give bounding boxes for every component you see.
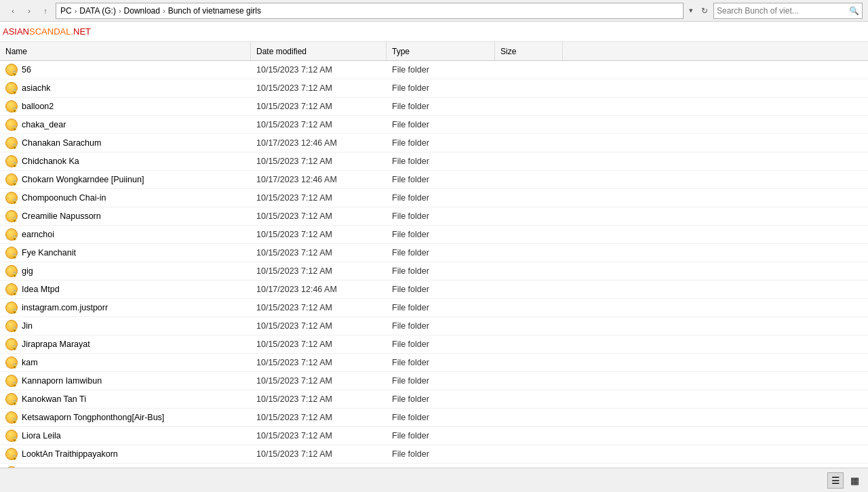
table-row[interactable]: Chanakan Sarachum 10/17/2023 12:46 AM Fi…	[0, 134, 868, 152]
table-row[interactable]: kam 10/15/2023 7:12 AM File folder	[0, 354, 868, 372]
logo-net: NET	[73, 26, 91, 37]
table-row[interactable]: balloon2 10/15/2023 7:12 AM File folder	[0, 98, 868, 116]
file-date-cell: 10/17/2023 12:46 AM	[251, 285, 387, 294]
table-row[interactable]: instagram.com.justporr 10/15/2023 7:12 A…	[0, 299, 868, 317]
file-type-cell: File folder	[387, 230, 495, 239]
folder-icon	[5, 393, 18, 405]
refresh-button[interactable]: ↻	[698, 6, 711, 16]
file-type-cell: File folder	[387, 321, 495, 331]
file-type-cell: File folder	[387, 102, 495, 111]
file-type-cell: File folder	[387, 358, 495, 367]
file-name-cell: LooktAn Traithippayakorn	[0, 448, 251, 460]
file-name-label: Chompoonuch Chai-in	[22, 193, 106, 203]
file-date-cell: 10/15/2023 7:12 AM	[251, 321, 387, 331]
search-icon[interactable]: 🔍	[849, 6, 859, 16]
file-date-cell: 10/15/2023 7:12 AM	[251, 157, 387, 166]
folder-icon	[5, 411, 18, 424]
col-header-date[interactable]: Date modified	[251, 42, 387, 60]
file-date-cell: 10/15/2023 7:12 AM	[251, 266, 387, 276]
folder-icon	[5, 338, 18, 350]
folder-icon	[5, 119, 18, 131]
file-name-label: Kanokwan Tan Ti	[22, 394, 86, 404]
breadcrumb-pc[interactable]: PC	[60, 6, 72, 16]
file-name-cell: Kanokwan Tan Ti	[0, 393, 251, 405]
col-header-name[interactable]: Name	[0, 42, 251, 60]
back-button[interactable]: ‹	[5, 3, 20, 18]
file-type-cell: File folder	[387, 193, 495, 203]
col-header-type[interactable]: Type	[387, 42, 495, 60]
file-name-label: balloon2	[22, 102, 54, 111]
file-date-cell: 10/15/2023 7:12 AM	[251, 303, 387, 312]
table-row[interactable]: 56 10/15/2023 7:12 AM File folder	[0, 61, 868, 79]
file-name-label: Jin	[22, 321, 33, 331]
file-name-cell: Kannaporn Iamwibun	[0, 375, 251, 387]
table-row[interactable]: earnchoi 10/15/2023 7:12 AM File folder	[0, 226, 868, 244]
table-row[interactable]: Liora Leila 10/15/2023 7:12 AM File fold…	[0, 427, 868, 445]
file-name-cell: Chokarn Wongkarndee [Puiinun]	[0, 173, 251, 186]
file-date-cell: 10/15/2023 7:12 AM	[251, 431, 387, 440]
breadcrumb[interactable]: PC › DATA (G:) › Download › Bunch of vie…	[56, 3, 684, 19]
table-row[interactable]: LooktAn Traithippayakorn 10/15/2023 7:12…	[0, 445, 868, 464]
file-type-cell: File folder	[387, 340, 495, 349]
file-type-cell: File folder	[387, 376, 495, 386]
folder-icon	[5, 137, 18, 149]
table-row[interactable]: Chidchanok Ka 10/15/2023 7:12 AM File fo…	[0, 152, 868, 171]
table-row[interactable]: Creamilie Napussorn 10/15/2023 7:12 AM F…	[0, 207, 868, 226]
file-name-cell: Chompoonuch Chai-in	[0, 192, 251, 204]
table-row[interactable]: Kanokwan Tan Ti 10/15/2023 7:12 AM File …	[0, 390, 868, 409]
folder-icon	[5, 356, 18, 369]
file-type-cell: File folder	[387, 413, 495, 422]
folder-icon	[5, 283, 18, 295]
folder-icon	[5, 265, 18, 277]
col-header-size[interactable]: Size	[495, 42, 563, 60]
file-name-label: Kannaporn Iamwibun	[22, 376, 102, 386]
file-name-label: gig	[22, 266, 33, 276]
breadcrumb-drive[interactable]: DATA (G:)	[79, 6, 116, 16]
table-row[interactable]: Kannaporn Iamwibun 10/15/2023 7:12 AM Fi…	[0, 372, 868, 390]
folder-icon	[5, 228, 18, 241]
forward-button[interactable]: ›	[22, 3, 37, 18]
file-date-cell: 10/15/2023 7:12 AM	[251, 248, 387, 258]
folder-icon	[5, 302, 18, 314]
view-details-button[interactable]: ☰	[827, 472, 844, 489]
table-row[interactable]: Ketsawaporn Tongphonthong[Air-Bus] 10/15…	[0, 409, 868, 427]
folder-icon	[5, 100, 18, 112]
file-date-cell: 10/15/2023 7:12 AM	[251, 65, 387, 75]
breadcrumb-current[interactable]: Bunch of vietnamese girls	[168, 6, 261, 16]
breadcrumb-dropdown-button[interactable]: ▾	[686, 6, 696, 15]
breadcrumb-download[interactable]: Download	[124, 6, 160, 16]
file-name-cell: instagram.com.justporr	[0, 302, 251, 314]
file-name-label: Liora Leila	[22, 431, 61, 440]
folder-icon	[5, 247, 18, 259]
file-name-label: Jiraprapa Marayat	[22, 340, 90, 349]
folder-icon	[5, 210, 18, 222]
table-row[interactable]: Fye Kanchanit 10/15/2023 7:12 AM File fo…	[0, 244, 868, 262]
table-row[interactable]: gig 10/15/2023 7:12 AM File folder	[0, 262, 868, 281]
folder-icon	[5, 82, 18, 94]
file-type-cell: File folder	[387, 211, 495, 221]
file-date-cell: 10/15/2023 7:12 AM	[251, 358, 387, 367]
table-row[interactable]: chaka_dear 10/15/2023 7:12 AM File folde…	[0, 116, 868, 134]
file-date-cell: 10/15/2023 7:12 AM	[251, 120, 387, 129]
table-row[interactable]: Chokarn Wongkarndee [Puiinun] 10/17/2023…	[0, 171, 868, 189]
table-row[interactable]: Chompoonuch Chai-in 10/15/2023 7:12 AM F…	[0, 189, 868, 207]
search-input[interactable]	[717, 6, 849, 16]
file-date-cell: 10/15/2023 7:12 AM	[251, 413, 387, 422]
column-headers: Name Date modified Type Size	[0, 42, 868, 61]
table-row[interactable]: Jiraprapa Marayat 10/15/2023 7:12 AM Fil…	[0, 335, 868, 354]
up-button[interactable]: ↑	[38, 3, 53, 18]
file-type-cell: File folder	[387, 285, 495, 294]
file-name-label: instagram.com.justporr	[22, 303, 108, 312]
table-row[interactable]: Jin 10/15/2023 7:12 AM File folder	[0, 317, 868, 335]
file-name-cell: Fye Kanchanit	[0, 247, 251, 259]
file-name-cell: Ketsawaporn Tongphonthong[Air-Bus]	[0, 411, 251, 424]
logo-scandal: SCANDAL	[29, 26, 71, 37]
breadcrumb-sep-3: ›	[161, 7, 167, 15]
table-row[interactable]: Idea Mtpd 10/17/2023 12:46 AM File folde…	[0, 281, 868, 299]
file-type-cell: File folder	[387, 138, 495, 148]
file-name-cell: Jiraprapa Marayat	[0, 338, 251, 350]
view-large-icons-button[interactable]: ▦	[846, 472, 863, 489]
logo: ASIANSCANDAL.NET	[3, 26, 91, 37]
file-name-label: Chidchanok Ka	[22, 157, 79, 166]
table-row[interactable]: asiachk 10/15/2023 7:12 AM File folder	[0, 79, 868, 98]
